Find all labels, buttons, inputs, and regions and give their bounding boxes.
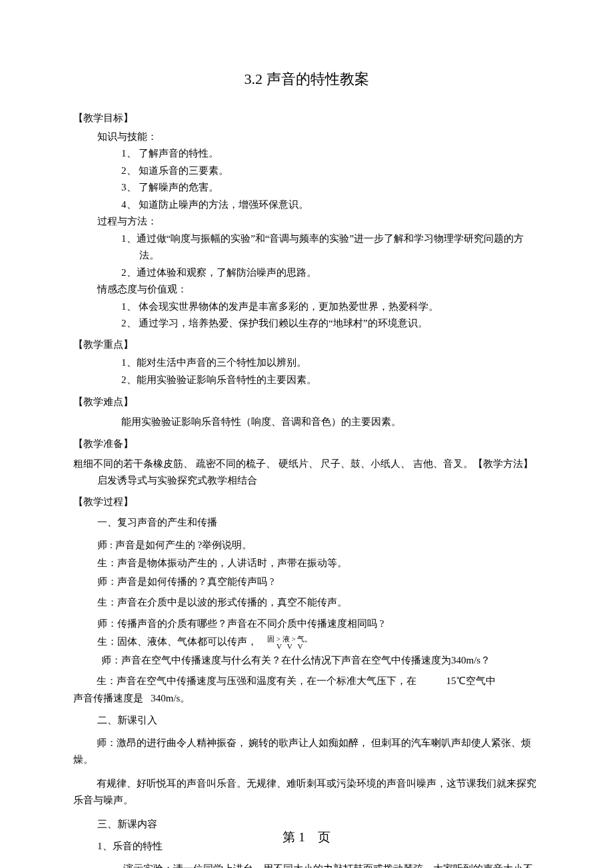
- heading-focal: 【教学重点】: [73, 336, 540, 354]
- emotion-item-1: 1、 体会现实世界物体的发声是丰富多彩的，更加热爱世界，热爱科学。: [121, 298, 540, 316]
- a4-value: 15℃空气中: [446, 675, 496, 686]
- page-footer: 第 1 页: [0, 827, 613, 848]
- heading-process: 过程与方法：: [97, 213, 540, 230]
- process-item-2: 2、通过体验和观察，了解防治噪声的思路。: [121, 264, 540, 282]
- emotion-item-2: 2、 通过学习，培养热爱、保护我们赖以生存的“地球村”的环境意识。: [121, 315, 540, 332]
- heading-emotion: 情感态度与价值观：: [97, 281, 540, 298]
- teacher-q4: 师：声音在空气中传播速度与什么有关？在什么情况下声音在空气中传播速度为340m/…: [101, 652, 540, 669]
- student-a1: 生：声音是物体振动产生的，人讲话时，声带在振动等。: [97, 555, 540, 572]
- heading-procedure: 【教学过程】: [73, 494, 540, 511]
- procedure-section-2: 二、新课引入: [97, 712, 540, 729]
- velocity-bottom: V V V: [267, 643, 312, 650]
- difficulty-text: 能用实验验证影响乐音特性（响度、音调和音色）的主要因素。: [121, 414, 540, 431]
- method-text: 启发诱导式与实验探究式教学相结合: [97, 472, 540, 490]
- student-a2: 生：声音在介质中是以波的形式传播的，真空不能传声。: [97, 594, 540, 612]
- heading-objective: 【教学目标】: [73, 110, 540, 127]
- focal-item-2: 2、能用实验验证影响乐音特性的主要因素。: [121, 372, 540, 389]
- knowledge-item-3: 3、 了解噪声的危害。: [121, 179, 540, 197]
- knowledge-item-1: 1、 了解声音的特性。: [121, 145, 540, 163]
- prep-text: 粗细不同的若干条橡皮筋、 疏密不同的梳子、 硬纸片、 尺子、鼓、小纸人、 吉他、…: [73, 458, 533, 469]
- teacher-q3: 师：传播声音的介质有哪些？声音在不同介质中传播速度相同吗 ?: [97, 616, 540, 633]
- teacher-q1: 师 : 声音是如何产生的 ?举例说明。: [97, 537, 540, 554]
- student-a3: 生：固体、液体、气体都可以传声， 固 > 液 > 气。 V V V: [97, 634, 540, 651]
- teacher-q2: 师：声音是如何传播的？真空能传声吗 ?: [97, 574, 540, 591]
- a4-post: 声音传播速度是 340m/s。: [73, 690, 540, 707]
- document-title: 3.2 声音的特性教案: [73, 67, 540, 91]
- heading-difficulty: 【教学难点】: [73, 394, 540, 411]
- heading-knowledge: 知识与技能：: [97, 129, 540, 146]
- knowledge-item-4: 4、 知道防止噪声的方法，增强环保意识。: [121, 197, 540, 214]
- focal-item-1: 1、能对生活中声音的三个特性加以辨别。: [121, 354, 540, 372]
- heading-prep: 【教学准备】: [73, 436, 540, 453]
- a3-prefix: 生：固体、液体、气体都可以传声，: [97, 636, 257, 647]
- a4-prefix: 生：声音在空气中传播速度与压强和温度有关，在一个标准大气压下，在: [97, 675, 416, 686]
- intro-text: 师：激昂的进行曲令人精神振奋， 婉转的歌声让人如痴如醉， 但刺耳的汽车喇叭声却使…: [73, 737, 531, 765]
- procedure-section-1: 一、复习声音的产生和传播: [97, 514, 540, 532]
- knowledge-item-2: 2、 知道乐音的三要素。: [121, 163, 540, 180]
- intro-text-2: 有规律、好听悦耳的声音叫乐音。无规律、难听刺耳或污染环境的声音叫噪声，这节课我们…: [73, 778, 536, 806]
- experiment-text: 演示实验：请一位同学上讲台，用不同大小的力敲打鼓面或拨动琴弦，大家听到的声音大小…: [97, 863, 533, 868]
- process-item-1: 1、通过做“响度与振幅的实验”和“音调与频率的实验”进一步了解和学习物理学研究问…: [121, 230, 540, 264]
- velocity-inequality: 固 > 液 > 气。 V V V: [267, 636, 312, 650]
